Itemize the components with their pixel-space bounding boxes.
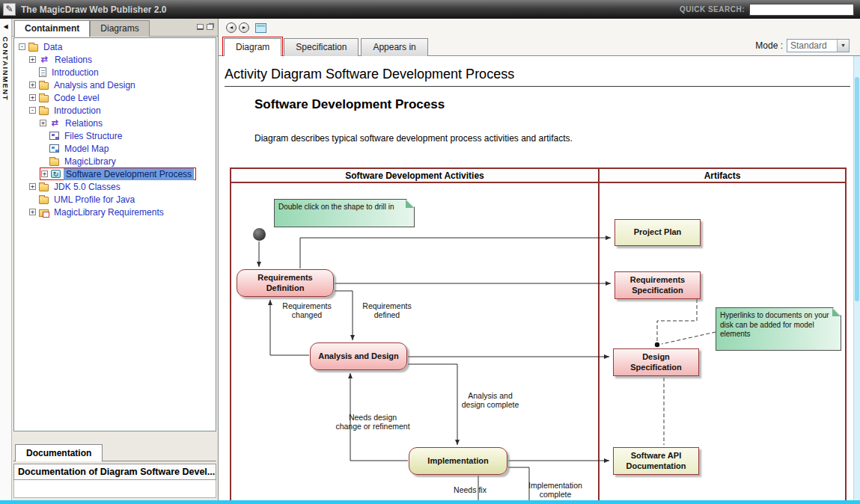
folder-icon xyxy=(39,108,49,115)
expander-icon[interactable]: + xyxy=(29,183,36,190)
page-title: Activity Diagram Software Development Pr… xyxy=(225,67,850,82)
magicdraw-logo-icon: ✎ xyxy=(3,3,16,16)
note-fold-icon xyxy=(406,200,414,208)
chevron-down-icon[interactable]: ▼ xyxy=(837,40,849,52)
requirements-folder-icon xyxy=(39,209,49,217)
activity-diagram-icon: ↻ xyxy=(51,170,61,178)
tree-item-label: Code Level xyxy=(52,92,102,104)
profile-folder-icon xyxy=(39,197,49,204)
tree-item-software-development-process[interactable]: + ↻ Software Development Process xyxy=(14,168,216,180)
tab-documentation[interactable]: Documentation xyxy=(15,444,103,461)
activity-requirements-definition[interactable]: Requirements Definition xyxy=(237,269,334,297)
tree-item-label: MagicLibrary Requirements xyxy=(52,206,166,218)
diagram-description: Diagram describes typical software devel… xyxy=(254,133,850,144)
activity-analysis-and-design[interactable]: Analysis and Design xyxy=(310,342,407,370)
panel-float-icon[interactable] xyxy=(207,24,213,30)
tree-item-uml-profile-java[interactable]: UML Profile for Java xyxy=(14,193,216,206)
tree-item-magiclibrary[interactable]: MagicLibrary xyxy=(14,155,216,168)
tab-diagrams[interactable]: Diagrams xyxy=(90,20,149,37)
main-tab-strip: Diagram Specification Appears in Mode : … xyxy=(219,37,860,56)
documentation-header: Documentation of Diagram Software Devel.… xyxy=(13,464,216,480)
expander-spacer xyxy=(29,196,36,203)
swimlane-header-row: Software Development Activities Artifact… xyxy=(231,169,845,183)
tab-specification[interactable]: Specification xyxy=(284,38,359,56)
quick-search-input[interactable] xyxy=(749,4,854,16)
note-hyperlinks[interactable]: Hyperlinks to documents on your disk can… xyxy=(716,307,841,351)
tree-item-magiclibrary-requirements[interactable]: + MagicLibrary Requirements xyxy=(14,206,216,218)
tab-appears-in[interactable]: Appears in xyxy=(361,38,427,56)
selection-annotation-box: + ↻ Software Development Process xyxy=(40,168,196,180)
tree-item-relations[interactable]: + ⇄ Relations xyxy=(14,53,216,66)
folder-icon xyxy=(39,82,49,90)
folder-icon xyxy=(39,95,49,102)
relations-icon: ⇄ xyxy=(49,118,60,128)
expander-icon[interactable]: + xyxy=(41,170,48,177)
tree-item-label: Introduction xyxy=(49,67,101,79)
relations-icon: ⇄ xyxy=(39,55,49,64)
expander-spacer xyxy=(40,132,46,139)
mode-area: Mode : Standard ▼ xyxy=(755,39,860,55)
tab-containment[interactable]: Containment xyxy=(14,20,90,37)
tree-item-introduction-doc[interactable]: Introduction xyxy=(14,66,216,79)
back-icon[interactable]: ◄ xyxy=(226,22,237,33)
tree-item-analysis-and-design[interactable]: + Analysis and Design xyxy=(14,79,216,91)
expander-icon[interactable]: - xyxy=(19,43,25,50)
mode-value: Standard xyxy=(790,40,827,51)
note-drill-in[interactable]: Double click on the shape to drill in xyxy=(274,199,415,227)
tree-item-label: JDK 5.0 Classes xyxy=(52,181,123,193)
tab-diagram[interactable]: Diagram xyxy=(224,38,281,56)
panel-minimize-icon[interactable] xyxy=(197,24,204,30)
artifact-project-plan[interactable]: Project Plan xyxy=(614,219,701,246)
expander-icon[interactable]: + xyxy=(29,56,36,63)
expander-icon[interactable]: + xyxy=(29,94,36,101)
tree-item-label: Analysis and Design xyxy=(52,79,138,91)
scrollbar-thumb[interactable] xyxy=(855,77,859,301)
lane-activities-header: Software Development Activities xyxy=(231,169,600,182)
diagram-window-icon[interactable] xyxy=(255,23,266,33)
package-icon xyxy=(28,44,38,52)
content-area: Activity Diagram Software Development Pr… xyxy=(219,56,853,500)
tree-item-label: Model Map xyxy=(62,143,111,155)
vertical-scrollbar xyxy=(853,56,860,500)
tree-item-label: Introduction xyxy=(52,105,103,117)
diagram-icon xyxy=(49,132,59,140)
tree-item-files-structure[interactable]: Files Structure xyxy=(14,129,216,142)
map-diagram-icon xyxy=(49,144,59,153)
left-panel: Containment Diagrams - Data + ⇄ Relation… xyxy=(12,19,219,500)
app-window: ✎ The MagicDraw Web Publisher 2.0 QUICK … xyxy=(0,0,860,504)
expander-icon[interactable]: + xyxy=(29,209,36,215)
lane-divider xyxy=(598,183,600,500)
left-panel-tabs: Containment Diagrams xyxy=(12,19,218,37)
tree-item-jdk-classes[interactable]: + JDK 5.0 Classes xyxy=(14,180,216,193)
edge-label-needs-design: Needs design change or refinement xyxy=(332,413,414,431)
tree-item-label: Relations xyxy=(52,54,94,66)
lane-artifacts-header: Artifacts xyxy=(600,169,845,182)
tree-item-relations-2[interactable]: + ⇄ Relations xyxy=(14,117,216,129)
tree-item-label: Relations xyxy=(63,117,105,129)
expander-icon[interactable]: - xyxy=(29,107,36,114)
tree-item-model-map[interactable]: Model Map xyxy=(14,142,216,155)
forward-icon[interactable]: ► xyxy=(239,22,249,33)
documentation-section: Documentation Documentation of Diagram S… xyxy=(13,443,216,498)
activity-diagram: Software Development Activities Artifact… xyxy=(230,168,847,500)
tree-item-data[interactable]: - Data xyxy=(14,40,216,53)
tree-item-label: Data xyxy=(41,41,64,53)
artifact-requirements-specification[interactable]: Requirements Specification xyxy=(614,271,701,299)
panel-controls xyxy=(197,24,218,36)
activity-implementation[interactable]: Implementation xyxy=(409,447,507,475)
tree-item-code-level[interactable]: + Code Level xyxy=(14,91,216,104)
app-title: The MagicDraw Web Publisher 2.0 xyxy=(21,4,167,15)
note-fold-icon xyxy=(832,308,841,316)
note-text: Hyperlinks to documents on your disk can… xyxy=(720,311,829,338)
artifact-software-api-documentation[interactable]: Software API Documentation xyxy=(613,447,699,475)
body-row: ◀ CONTAINMENT Containment Diagrams - Dat… xyxy=(0,19,860,500)
collapse-panel-icon[interactable]: ◀ xyxy=(3,23,7,31)
tree-item-introduction-folder[interactable]: - Introduction xyxy=(14,104,216,117)
mode-label: Mode : xyxy=(755,40,783,51)
expander-icon[interactable]: + xyxy=(29,82,36,88)
mode-dropdown[interactable]: Standard ▼ xyxy=(787,39,850,52)
expander-icon[interactable]: + xyxy=(40,120,46,126)
artifact-design-specification[interactable]: Design Specification xyxy=(613,348,699,376)
edge-label-requirements-changed: Requirements changed xyxy=(275,301,339,320)
folder-icon xyxy=(39,184,49,191)
